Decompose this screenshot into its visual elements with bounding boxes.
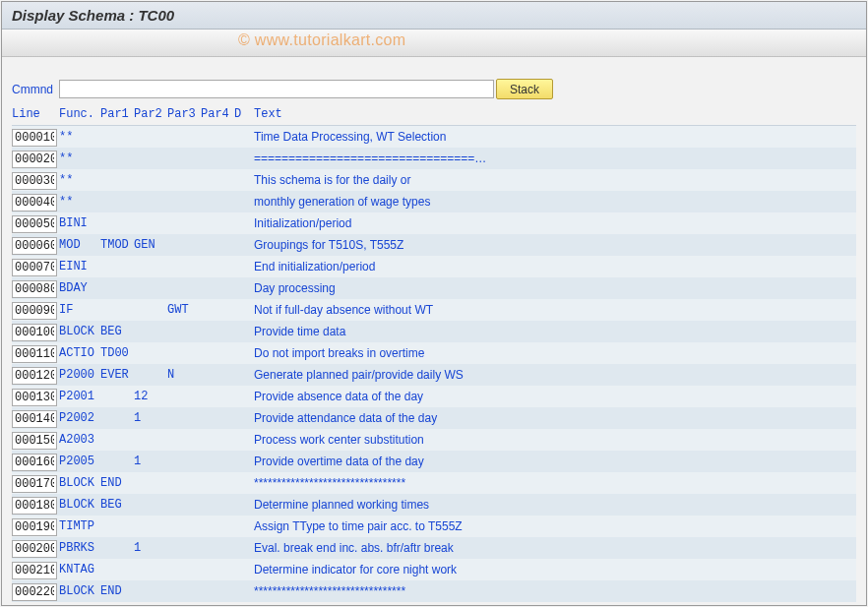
table-row[interactable]: BLOCKEND********************************… (12, 580, 856, 602)
table-row[interactable]: BDAYDay processing (12, 277, 856, 299)
title-bar: Display Schema : TC00 (2, 2, 866, 30)
table-row[interactable]: ACTIOTD00Do not import breaks in overtim… (12, 342, 856, 364)
cell-text: Day processing (250, 277, 856, 299)
cell-line (12, 169, 59, 191)
cell-par1: BEG (100, 494, 134, 516)
cell-line (12, 537, 59, 559)
table-row[interactable]: BLOCKBEGDetermine planned working times (12, 494, 856, 516)
cell-func: BLOCK (59, 494, 100, 516)
stack-button[interactable]: Stack (496, 79, 553, 99)
line-number-input[interactable] (12, 194, 57, 212)
table-row[interactable]: EINIEnd initialization/period (12, 256, 856, 277)
line-number-input[interactable] (12, 324, 57, 341)
cell-func: BINI (59, 212, 100, 234)
line-number-input[interactable] (12, 259, 57, 276)
cell-line (12, 429, 59, 451)
table-row[interactable]: IFGWTNot if full-day absence without WT (12, 299, 856, 321)
line-number-input[interactable] (12, 583, 57, 601)
cell-text: Determine indicator for core night work (250, 559, 856, 580)
cell-line (12, 364, 59, 386)
page-title: Display Schema : TC00 (12, 7, 174, 24)
header-text: Text (250, 103, 856, 125)
line-number-input[interactable] (12, 389, 57, 406)
cell-par1: BEG (100, 321, 134, 342)
app-window: Display Schema : TC00 © www.tutorialkart… (1, 1, 867, 606)
cell-func: ACTIO (59, 342, 100, 364)
cell-line (12, 299, 59, 321)
line-number-input[interactable] (12, 302, 57, 320)
cell-func: EINI (59, 256, 100, 277)
line-number-input[interactable] (12, 475, 57, 493)
cell-text: End initialization/period (250, 256, 856, 277)
cell-func: P2001 (59, 386, 100, 407)
line-number-input[interactable] (12, 367, 57, 385)
line-number-input[interactable] (12, 129, 57, 147)
cell-par1: END (100, 580, 134, 602)
table-row[interactable]: **This schema is for the daily or (12, 169, 856, 191)
cell-func: ** (59, 126, 100, 148)
header-line: Line (12, 103, 59, 125)
table-row[interactable]: PBRKS1Eval. break end inc. abs. bfr/aftr… (12, 537, 856, 559)
cell-line (12, 516, 59, 537)
cell-text: Determine planned working times (250, 494, 856, 516)
cell-line (12, 472, 59, 494)
cell-line (12, 407, 59, 429)
cell-line (12, 148, 59, 169)
cell-par1: TMOD (100, 234, 134, 256)
cell-func: P2002 (59, 407, 100, 429)
cell-par2: 12 (134, 386, 167, 407)
table-row[interactable]: P2000EVERNGenerate planned pair/provide … (12, 364, 856, 386)
cell-line (12, 580, 59, 602)
line-number-input[interactable] (12, 151, 57, 168)
command-row: Cmmnd Stack (12, 79, 856, 99)
cell-line (12, 321, 59, 342)
cell-line (12, 342, 59, 364)
line-number-input[interactable] (12, 237, 57, 255)
table-row[interactable]: BLOCKBEGProvide time data (12, 321, 856, 342)
cell-text: ********************************* (250, 580, 856, 602)
cell-text: monthly generation of wage types (250, 191, 856, 212)
cell-line (12, 256, 59, 277)
table-row[interactable]: TIMTPAssign TType to time pair acc. to T… (12, 516, 856, 537)
cell-func: A2003 (59, 429, 100, 451)
line-number-input[interactable] (12, 215, 57, 233)
table-row[interactable]: P200112Provide absence data of the day (12, 386, 856, 407)
table-row[interactable]: P20051Provide overtime data of the day (12, 451, 856, 472)
line-number-input[interactable] (12, 172, 57, 190)
line-number-input[interactable] (12, 518, 57, 536)
table-row[interactable]: BLOCKEND********************************… (12, 472, 856, 494)
line-number-input[interactable] (12, 540, 57, 558)
cell-func: IF (59, 299, 100, 321)
table-row[interactable]: P20021Provide attendance data of the day (12, 407, 856, 429)
table-row[interactable]: **Time Data Processing, WT Selection (12, 126, 856, 148)
cell-func: BLOCK (59, 321, 100, 342)
line-number-input[interactable] (12, 497, 57, 515)
toolbar-strip (2, 30, 866, 57)
table-row[interactable]: KNTAGDetermine indicator for core night … (12, 559, 856, 580)
cell-line (12, 451, 59, 472)
table-row[interactable]: **================================… (12, 148, 856, 169)
cell-text: Generate planned pair/provide daily WS (250, 364, 856, 386)
line-number-input[interactable] (12, 345, 57, 363)
table-row[interactable]: A2003Process work center substitution (12, 429, 856, 451)
cell-line (12, 559, 59, 580)
table-row[interactable]: BINIInitialization/period (12, 212, 856, 234)
cell-par2: 1 (134, 451, 167, 472)
cell-text: Time Data Processing, WT Selection (250, 126, 856, 148)
line-number-input[interactable] (12, 432, 57, 450)
line-number-input[interactable] (12, 280, 57, 298)
line-number-input[interactable] (12, 562, 57, 579)
line-number-input[interactable] (12, 454, 57, 471)
line-number-input[interactable] (12, 410, 57, 428)
grid-body: **Time Data Processing, WT Selection**==… (12, 125, 856, 602)
cell-text: ********************************* (250, 472, 856, 494)
cell-text: Provide absence data of the day (250, 386, 856, 407)
table-row[interactable]: **monthly generation of wage types (12, 191, 856, 212)
command-input[interactable] (59, 80, 494, 98)
cell-par3: N (167, 364, 201, 386)
cell-line (12, 126, 59, 148)
cell-par1: END (100, 472, 134, 494)
cell-line (12, 386, 59, 407)
cell-func: P2000 (59, 364, 100, 386)
table-row[interactable]: MODTMODGENGroupings for T510S, T555Z (12, 234, 856, 256)
